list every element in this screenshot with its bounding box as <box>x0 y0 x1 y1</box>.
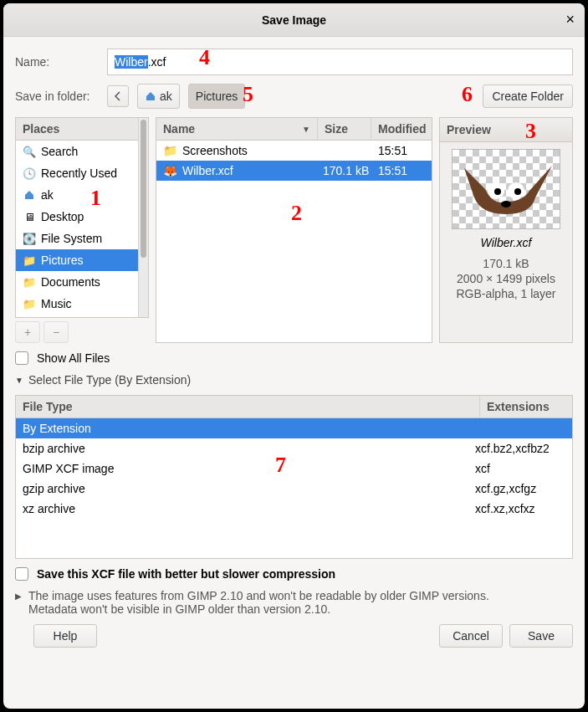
expander-right-icon: ▶ <box>15 589 22 616</box>
place-music[interactable]: 📁Music <box>16 293 138 315</box>
file-list[interactable]: Name▼ Size Modified 📁Screenshots 15:51 🦊… <box>156 117 432 343</box>
home-icon <box>23 188 36 202</box>
save-dialog: Save Image × Name: Wilber.xcf 4 Save in … <box>3 3 585 709</box>
show-all-label: Show All Files <box>37 351 110 365</box>
create-folder-button[interactable]: Create Folder <box>483 85 573 108</box>
col-name[interactable]: Name▼ <box>156 118 318 140</box>
select-filetype-expander[interactable]: ▼ Select File Type (By Extension) <box>15 373 573 387</box>
gimp-file-icon: 🦊 <box>163 164 177 177</box>
chevron-left-icon <box>115 91 121 101</box>
expander-down-icon: ▼ <box>15 376 23 385</box>
add-bookmark-button[interactable]: + <box>15 321 40 343</box>
save-button[interactable]: Save <box>509 624 573 648</box>
cancel-button[interactable]: Cancel <box>439 624 503 648</box>
show-all-checkbox[interactable] <box>15 351 28 365</box>
place-search[interactable]: 🔍Search <box>16 141 138 162</box>
folder-icon: 📁 <box>23 297 36 310</box>
svg-point-4 <box>501 201 511 207</box>
filetype-row[interactable]: xz archivexcf.xz,xcfxz <box>16 499 572 519</box>
minus-icon: − <box>53 325 59 339</box>
preview-thumbnail <box>452 149 560 229</box>
filename-input[interactable]: Wilber.xcf <box>107 49 573 75</box>
path-back-button[interactable] <box>107 85 129 107</box>
place-pictures[interactable]: 📁Pictures <box>16 249 138 271</box>
filetype-row[interactable]: By Extension <box>16 418 572 438</box>
filetype-list[interactable]: File Type Extensions By Extension bzip a… <box>15 395 573 559</box>
places-list[interactable]: Places 🔍Search 🕓Recently Used ak 🖥Deskto… <box>16 118 138 317</box>
disk-icon: 💽 <box>23 232 36 245</box>
col-filetype[interactable]: File Type <box>16 396 480 417</box>
svg-point-3 <box>514 188 521 195</box>
sort-desc-icon: ▼ <box>302 125 310 134</box>
preview-size: 170.1 kB <box>456 256 555 271</box>
recent-icon: 🕓 <box>23 166 36 180</box>
col-modified[interactable]: Modified <box>371 118 432 140</box>
version-note-expander[interactable]: ▶ The image uses features from GIMP 2.10… <box>15 589 573 616</box>
place-recent[interactable]: 🕓Recently Used <box>16 162 138 184</box>
annotation-6: 6 <box>462 82 473 107</box>
home-icon <box>145 90 156 102</box>
place-desktop[interactable]: 🖥Desktop <box>16 206 138 228</box>
col-extensions[interactable]: Extensions <box>480 396 572 417</box>
file-row[interactable]: 📁Screenshots 15:51 <box>156 141 432 161</box>
close-icon[interactable]: × <box>565 11 575 28</box>
col-size[interactable]: Size <box>318 118 371 140</box>
compression-label: Save this XCF file with better but slowe… <box>37 567 335 581</box>
preview-dimensions: 2000 × 1499 pixels <box>456 271 555 286</box>
folder-icon: 📁 <box>23 254 36 267</box>
help-button[interactable]: Help <box>33 624 97 648</box>
wilber-icon <box>456 156 556 223</box>
place-home[interactable]: ak <box>16 184 138 206</box>
desktop-icon: 🖥 <box>23 210 36 223</box>
place-filesystem[interactable]: 💽File System <box>16 228 138 249</box>
note-line1: The image uses features from GIMP 2.10 a… <box>28 589 489 602</box>
preview-mode: RGB-alpha, 1 layer <box>456 286 555 301</box>
preview-filename: Wilber.xcf <box>481 236 532 249</box>
folder-icon: 📁 <box>23 275 36 289</box>
save-in-label: Save in folder: <box>15 90 99 103</box>
search-icon: 🔍 <box>23 145 36 158</box>
svg-point-1 <box>494 188 501 195</box>
titlebar[interactable]: Save Image × <box>3 3 585 37</box>
name-label: Name: <box>15 55 99 69</box>
place-documents[interactable]: 📁Documents <box>16 271 138 293</box>
places-header: Places <box>16 118 138 141</box>
compression-checkbox[interactable] <box>15 567 28 581</box>
window-title: Save Image <box>262 13 326 27</box>
plus-icon: + <box>24 325 31 339</box>
path-segment-pictures[interactable]: Pictures <box>188 84 246 109</box>
folder-icon: 📁 <box>163 144 177 157</box>
filetype-row[interactable]: bzip archivexcf.bz2,xcfbz2 <box>16 438 572 458</box>
preview-panel: Preview Wilber.xcf 170.1 kB 2000 × 149 <box>439 117 573 343</box>
preview-header: Preview <box>440 118 572 142</box>
note-line2: Metadata won't be visible in GIMP older … <box>28 602 489 616</box>
filetype-row[interactable]: GIMP XCF imagexcf <box>16 458 572 479</box>
remove-bookmark-button[interactable]: − <box>43 321 69 343</box>
file-row[interactable]: 🦊Wilber.xcf 170.1 kB 15:51 <box>156 161 432 181</box>
places-scrollbar[interactable] <box>138 118 148 317</box>
filetype-row[interactable]: gzip archivexcf.gz,xcfgz <box>16 479 572 499</box>
path-segment-ak[interactable]: ak <box>137 84 180 109</box>
